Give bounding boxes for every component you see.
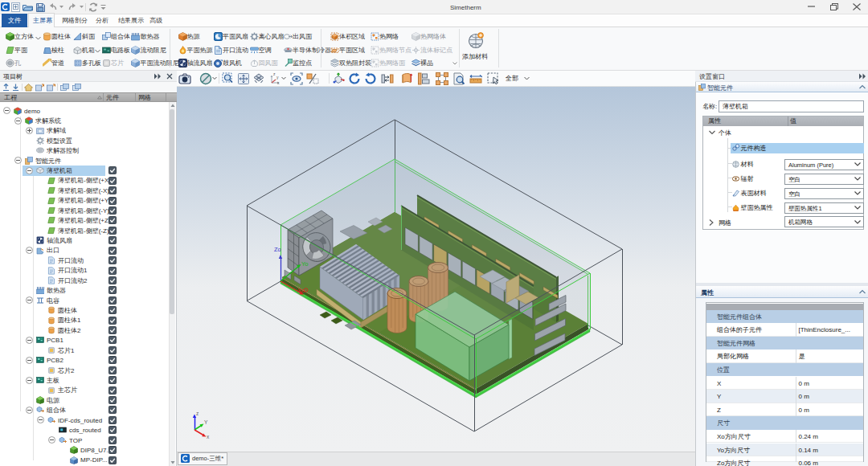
- svg-text:Xo: Xo: [297, 287, 305, 294]
- svg-text:Y: Y: [204, 419, 208, 425]
- svg-text:z: z: [273, 72, 276, 76]
- svg-text:x: x: [207, 434, 210, 439]
- svg-text:y: y: [276, 75, 279, 80]
- svg-text:x: x: [277, 80, 280, 85]
- svg-text:Yo: Yo: [301, 260, 309, 268]
- svg-text:Zo: Zo: [274, 246, 281, 253]
- svg-text:z: z: [196, 411, 199, 416]
